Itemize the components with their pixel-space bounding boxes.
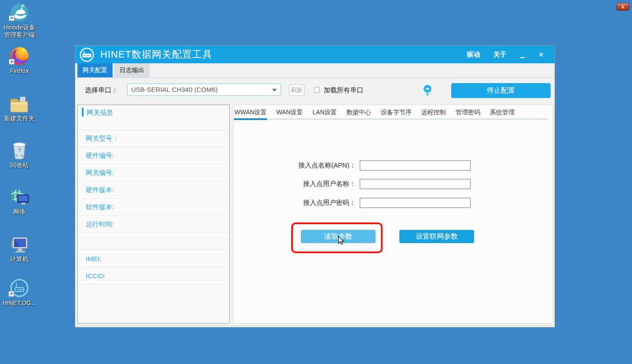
info-row: 软件版本: <box>78 199 229 216</box>
info-field-label: 运行时间: <box>86 220 114 229</box>
system-close-button[interactable]: x <box>617 3 629 11</box>
icon-label: 新建文件夹 <box>4 115 35 122</box>
firefox-icon <box>10 46 29 66</box>
dropdown-arrow-icon <box>272 89 277 94</box>
main-tab[interactable]: 网关配置 <box>77 63 113 77</box>
titlebar[interactable]: HINET数据网关配置工具 驱动 关于 ✕ <box>75 46 555 63</box>
icon-label: 计算机 <box>10 255 29 263</box>
port-select-label: 选择串口： <box>85 86 118 95</box>
close-button[interactable]: ✕ <box>538 51 544 59</box>
form-row: 接入点名称(APN)： <box>261 160 471 171</box>
load-all-ports-label: 加载所有串口 <box>324 86 363 95</box>
shortcut-arrow-icon <box>8 291 14 298</box>
form-field-label: 接入点用户名称： <box>261 180 356 188</box>
info-field-label: 软件版本: <box>86 203 114 211</box>
info-panel-header: 网关信息 <box>78 105 229 130</box>
icon-label: 回收站 <box>10 161 29 169</box>
hinet-router-icon <box>9 278 29 298</box>
desktop-icon-new-folder[interactable]: 新建文件夹 <box>0 93 39 122</box>
window-title: HINET数据网关配置工具 <box>100 48 212 61</box>
load-all-ports-checkbox[interactable] <box>314 87 320 93</box>
bulb-icon <box>423 84 432 98</box>
icon-label: Hinode设备 管理客户端 <box>4 24 35 39</box>
computer-icon <box>10 234 29 254</box>
mouse-cursor <box>338 236 345 247</box>
desktop-icon-firefox[interactable]: Firefox <box>0 46 39 75</box>
refresh-button[interactable]: 刷新 <box>289 84 304 96</box>
form-input[interactable] <box>360 160 471 171</box>
header-accent-bar <box>82 108 84 116</box>
desktop-icon-computer[interactable]: 计算机 <box>0 234 39 263</box>
form-row: 接入点用户名称： <box>261 179 471 189</box>
info-row: 硬件编号: <box>78 147 229 164</box>
network-icon <box>9 186 29 207</box>
info-field-label: 硬件版本: <box>86 186 114 194</box>
form-row: 接入点用户密码： <box>261 198 471 208</box>
info-field-label: 网关编号: <box>86 169 114 177</box>
main-tab[interactable]: 日志输出 <box>114 63 150 77</box>
wwan-form: 接入点名称(APN)： 接入点用户名称： 接入点用户密码： <box>234 105 553 323</box>
folder-icon <box>9 93 29 113</box>
desktop: Hinode设备 管理客户端 <box>0 0 632 364</box>
icon-label: HINET.DG... <box>2 299 36 307</box>
form-field-label: 接入点名称(APN)： <box>261 161 356 170</box>
shortcut-arrow-icon <box>9 15 15 23</box>
info-field-label: ICCID: <box>86 272 106 280</box>
form-field-label: 接入点用户密码： <box>261 199 356 207</box>
info-field-label: 硬件编号: <box>86 152 114 160</box>
highlight-annotation-rect <box>291 222 383 253</box>
info-row: 网关编号: <box>78 164 229 182</box>
about-menu-button[interactable]: 关于 <box>493 51 507 59</box>
set-network-params-button[interactable]: 设置联网参数 <box>399 230 474 243</box>
info-row: ICCID: <box>78 267 229 284</box>
desktop-icon-recycle-bin[interactable]: 回收站 <box>0 140 39 169</box>
settings-panel: WWAN设置WAN设置LAN设置数据中心设备字节序远程控制管理密码系统管理 接入… <box>233 105 553 324</box>
app-router-icon <box>80 47 94 62</box>
info-field-label: 网关型号： <box>86 135 119 143</box>
icon-label: 网络 <box>13 208 26 215</box>
form-input[interactable] <box>360 198 471 208</box>
desktop-icon-network[interactable]: 网络 <box>0 186 39 215</box>
port-combobox-value: USB-SERIAL CH340 (COM6) <box>128 84 281 95</box>
info-rows: 网关型号： 硬件编号: 网关编号: 硬件版本: 软件版本: 运行时间: IM <box>78 130 229 284</box>
info-panel-title: 网关信息 <box>87 109 113 117</box>
info-row: 网关型号： <box>78 130 229 147</box>
minimize-button[interactable] <box>520 49 525 60</box>
stop-config-button[interactable]: 停止配置 <box>451 83 551 98</box>
driver-menu-button[interactable]: 驱动 <box>467 51 480 59</box>
info-field-label: IMEI: <box>86 255 101 262</box>
main-tab-bar: 网关配置日志输出 <box>75 63 555 78</box>
info-row: 硬件版本: <box>78 182 229 199</box>
desktop-icon-hinode-client[interactable]: Hinode设备 管理客户端 <box>0 2 39 39</box>
recycle-bin-icon <box>11 140 28 160</box>
hinode-app-icon <box>10 2 29 22</box>
icon-label: Firefox <box>10 67 29 75</box>
info-row: IMEI: <box>78 250 229 267</box>
desktop-icon-hinet-shortcut[interactable]: HINET.DG... <box>0 278 39 307</box>
bottom-divider <box>77 325 553 326</box>
port-combobox[interactable]: USB-SERIAL CH340 (COM6) <box>127 84 281 96</box>
toolbar: 选择串口： USB-SERIAL CH340 (COM6) 刷新 加载所有串口 … <box>75 78 555 103</box>
info-row <box>78 233 229 250</box>
info-row: 运行时间: <box>78 216 229 233</box>
shortcut-arrow-icon <box>9 58 15 66</box>
app-window: HINET数据网关配置工具 驱动 关于 ✕ 网关配置日志输出 选择串口： USB… <box>75 45 555 328</box>
gateway-info-panel: 网关信息 网关型号： 硬件编号: 网关编号: 硬件版本: 软件版本: 运行时间: <box>77 105 230 324</box>
form-input[interactable] <box>360 179 471 189</box>
